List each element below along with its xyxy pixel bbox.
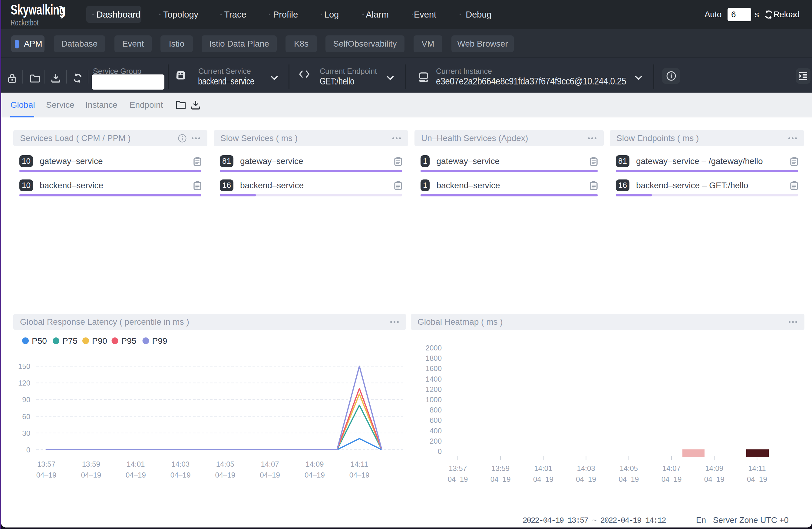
- svg-text:04–19: 04–19: [81, 471, 101, 479]
- svg-text:14:11: 14:11: [351, 460, 368, 468]
- svg-text:120: 120: [18, 379, 30, 387]
- svg-text:04–19: 04–19: [215, 471, 235, 479]
- svg-text:150: 150: [18, 362, 30, 370]
- svg-text:04–19: 04–19: [747, 475, 767, 483]
- svg-text:30: 30: [22, 429, 30, 437]
- svg-text:04–19: 04–19: [576, 475, 596, 483]
- svg-text:14:09: 14:09: [705, 464, 723, 472]
- svg-text:200: 200: [430, 437, 442, 445]
- svg-text:04–19: 04–19: [36, 471, 57, 479]
- svg-text:04–19: 04–19: [305, 471, 325, 479]
- svg-text:14:03: 14:03: [577, 464, 595, 472]
- svg-text:P90: P90: [92, 336, 107, 346]
- svg-text:13:59: 13:59: [491, 464, 509, 472]
- svg-text:14:11: 14:11: [748, 464, 766, 472]
- svg-text:14:09: 14:09: [305, 460, 324, 468]
- svg-text:P75: P75: [62, 336, 77, 346]
- svg-text:1000: 1000: [426, 396, 442, 404]
- svg-text:1400: 1400: [426, 375, 442, 383]
- svg-text:400: 400: [430, 427, 442, 435]
- svg-text:1800: 1800: [426, 354, 442, 362]
- svg-text:13:57: 13:57: [37, 460, 55, 468]
- svg-text:13:57: 13:57: [449, 464, 467, 472]
- svg-text:600: 600: [430, 416, 442, 424]
- svg-text:P95: P95: [121, 336, 136, 346]
- svg-text:0: 0: [438, 447, 442, 455]
- svg-text:04–19: 04–19: [171, 471, 191, 479]
- svg-text:P50: P50: [32, 336, 47, 346]
- svg-text:1600: 1600: [426, 364, 442, 372]
- svg-text:60: 60: [22, 412, 30, 421]
- svg-text:14:07: 14:07: [261, 460, 279, 468]
- svg-text:04–19: 04–19: [349, 471, 370, 479]
- svg-text:04–19: 04–19: [704, 475, 725, 483]
- svg-text:800: 800: [430, 406, 442, 414]
- svg-text:04–19: 04–19: [260, 471, 280, 479]
- svg-text:13:59: 13:59: [82, 460, 100, 468]
- svg-text:04–19: 04–19: [662, 475, 682, 483]
- svg-text:04–19: 04–19: [533, 475, 553, 483]
- svg-text:14:01: 14:01: [534, 464, 552, 472]
- svg-text:1200: 1200: [426, 385, 442, 393]
- svg-text:P99: P99: [152, 336, 168, 346]
- svg-text:04–19: 04–19: [619, 475, 639, 483]
- svg-text:04–19: 04–19: [491, 475, 511, 483]
- svg-text:14:05: 14:05: [620, 464, 638, 472]
- svg-text:04–19: 04–19: [126, 471, 146, 479]
- svg-text:14:03: 14:03: [171, 460, 190, 468]
- svg-text:04–19: 04–19: [448, 475, 468, 483]
- svg-text:14:07: 14:07: [663, 464, 681, 472]
- svg-text:14:05: 14:05: [216, 460, 234, 468]
- svg-text:14:01: 14:01: [127, 460, 145, 468]
- svg-text:90: 90: [22, 396, 30, 404]
- svg-text:0: 0: [26, 446, 30, 454]
- svg-text:2000: 2000: [426, 344, 442, 352]
